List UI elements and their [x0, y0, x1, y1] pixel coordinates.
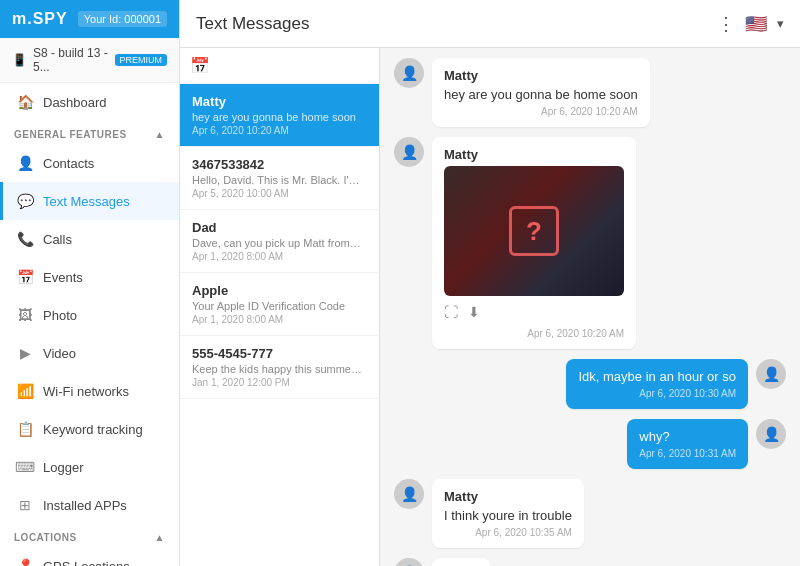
conv-preview: Hello, David. This is Mr. Black. I've no…	[192, 174, 362, 186]
photo-icon: 🖼	[17, 307, 33, 323]
dropdown-arrow[interactable]: ▾	[777, 16, 784, 31]
messages-container: 📅 Matty hey are you gonna be home soon A…	[180, 48, 800, 566]
conv-time: Apr 1, 2020 8:00 AM	[192, 314, 367, 325]
conv-item-apple[interactable]: Apple Your Apple ID Verification Code Ap…	[180, 273, 379, 336]
avatar-4: 👤	[756, 419, 786, 449]
keyword-icon: 📋	[17, 421, 33, 437]
message-bubble-3: 👤 Idk, maybe in an hour or so Apr 6, 202…	[566, 359, 786, 409]
photo-label: Photo	[43, 308, 77, 323]
bubble-content-3: Idk, maybe in an hour or so Apr 6, 2020 …	[566, 359, 748, 409]
conv-name: Dad	[192, 220, 367, 235]
message-bubble-2: 👤 Matty ? ⛶ ⬇ Apr 6, 2020 10:20 AM	[394, 137, 636, 349]
dashboard-icon: 🏠	[17, 94, 33, 110]
bubble-text-1: hey are you gonna be home soon	[444, 87, 638, 102]
avatar-1: 👤	[394, 58, 424, 88]
messages-icon: 💬	[17, 193, 33, 209]
video-label: Video	[43, 346, 76, 361]
wifi-icon: 📶	[17, 383, 33, 399]
sidebar-item-logger[interactable]: ⌨ Logger	[0, 448, 179, 486]
message-bubble-5: 👤 Matty I think youre in trouble Apr 6, …	[394, 479, 584, 548]
bubble-time-1: Apr 6, 2020 10:20 AM	[444, 106, 638, 117]
avatar-3: 👤	[756, 359, 786, 389]
bubble-text-5: I think youre in trouble	[444, 508, 572, 523]
bubble-sender-5: Matty	[444, 489, 572, 504]
bubble-text-3: Idk, maybe in an hour or so	[578, 369, 736, 384]
main-content: Text Messages ⋮ 🇺🇸 ▾ 📅 Matty hey are you…	[180, 0, 800, 566]
dashboard-label: Dashboard	[43, 95, 107, 110]
sidebar-item-keyword-tracking[interactable]: 📋 Keyword tracking	[0, 410, 179, 448]
conv-item-matty[interactable]: Matty hey are you gonna be home soon Apr…	[180, 84, 379, 147]
contacts-label: Contacts	[43, 156, 94, 171]
sidebar-item-photo[interactable]: 🖼 Photo	[0, 296, 179, 334]
expand-icon[interactable]: ⛶	[444, 304, 458, 320]
calls-icon: 📞	[17, 231, 33, 247]
conv-item-555[interactable]: 555-4545-777 Keep the kids happy this su…	[180, 336, 379, 399]
text-messages-label: Text Messages	[43, 194, 130, 209]
conv-item-3467533842[interactable]: 3467533842 Hello, David. This is Mr. Bla…	[180, 147, 379, 210]
bubble-sender-2: Matty	[444, 147, 624, 162]
bubble-content-5: Matty I think youre in trouble Apr 6, 20…	[432, 479, 584, 548]
bubble-text-4: why?	[639, 429, 736, 444]
app-logo: m.SPY	[12, 10, 68, 28]
sidebar-item-video[interactable]: ▶ Video	[0, 334, 179, 372]
sidebar-item-events[interactable]: 📅 Events	[0, 258, 179, 296]
bubble-time-5: Apr 6, 2020 10:35 AM	[444, 527, 572, 538]
calendar-icon[interactable]: 📅	[190, 57, 210, 74]
message-bubble-1: 👤 Matty hey are you gonna be home soon A…	[394, 58, 650, 127]
sidebar-item-text-messages[interactable]: 💬 Text Messages	[0, 182, 179, 220]
user-id: Your Id: 000001	[78, 11, 167, 27]
events-label: Events	[43, 270, 83, 285]
bubble-time-3: Apr 6, 2020 10:30 AM	[578, 388, 736, 399]
question-mark: ?	[509, 206, 559, 256]
conv-name: 3467533842	[192, 157, 367, 172]
bubble-time-2: Apr 6, 2020 10:20 AM	[444, 328, 624, 339]
conv-preview: Your Apple ID Verification Code	[192, 300, 362, 312]
general-features-header: GENERAL FEATURES ▲	[0, 121, 179, 144]
image-placeholder: ?	[444, 166, 624, 296]
avatar-6: 👤	[394, 558, 424, 566]
sidebar-item-dashboard[interactable]: 🏠 Dashboard	[0, 83, 179, 121]
collapse-icon[interactable]: ▲	[155, 129, 165, 140]
events-icon: 📅	[17, 269, 33, 285]
phone-icon: 📱	[12, 53, 27, 67]
message-image: ?	[444, 166, 624, 296]
conv-preview: hey are you gonna be home soon	[192, 111, 362, 123]
conv-time: Apr 1, 2020 8:00 AM	[192, 251, 367, 262]
device-name: S8 - build 13 - 5...	[33, 46, 109, 74]
sidebar: m.SPY Your Id: 000001 📱 S8 - build 13 - …	[0, 0, 180, 566]
conv-name: 555-4545-777	[192, 346, 367, 361]
premium-badge: PREMIUM	[115, 54, 168, 66]
locations-header: LOCATIONS ▲	[0, 524, 179, 547]
flag-icon[interactable]: 🇺🇸	[745, 13, 767, 35]
message-bubble-6: 👤 Matty	[394, 558, 490, 566]
avatar-5: 👤	[394, 479, 424, 509]
contacts-icon: 👤	[17, 155, 33, 171]
page-title: Text Messages	[196, 14, 309, 34]
conv-preview: Dave, can you pick up Matt from schoo...	[192, 237, 362, 249]
conv-name: Apple	[192, 283, 367, 298]
gps-label: GPS Locations	[43, 559, 130, 567]
sidebar-item-gps[interactable]: 📍 GPS Locations	[0, 547, 179, 566]
chat-area: 👤 Matty hey are you gonna be home soon A…	[380, 48, 800, 566]
sidebar-item-installed-apps[interactable]: ⊞ Installed APPs	[0, 486, 179, 524]
more-menu-icon[interactable]: ⋮	[717, 13, 735, 35]
conv-preview: Keep the kids happy this summer with ...	[192, 363, 362, 375]
download-icon[interactable]: ⬇	[468, 304, 480, 320]
conv-name: Matty	[192, 94, 367, 109]
message-bubble-4: 👤 why? Apr 6, 2020 10:31 AM	[627, 419, 786, 469]
sidebar-header: m.SPY Your Id: 000001	[0, 0, 179, 38]
sidebar-item-wifi[interactable]: 📶 Wi-Fi networks	[0, 372, 179, 410]
sidebar-item-contacts[interactable]: 👤 Contacts	[0, 144, 179, 182]
collapse-locations-icon[interactable]: ▲	[155, 532, 165, 543]
gps-icon: 📍	[17, 558, 33, 566]
device-info[interactable]: 📱 S8 - build 13 - 5... PREMIUM	[0, 38, 179, 83]
conv-item-dad[interactable]: Dad Dave, can you pick up Matt from scho…	[180, 210, 379, 273]
video-icon: ▶	[17, 345, 33, 361]
conv-toolbar: 📅	[180, 48, 379, 84]
bubble-content-4: why? Apr 6, 2020 10:31 AM	[627, 419, 748, 469]
logger-label: Logger	[43, 460, 83, 475]
bubble-sender-1: Matty	[444, 68, 638, 83]
sidebar-item-calls[interactable]: 📞 Calls	[0, 220, 179, 258]
main-header: Text Messages ⋮ 🇺🇸 ▾	[180, 0, 800, 48]
conv-time: Apr 6, 2020 10:20 AM	[192, 125, 367, 136]
